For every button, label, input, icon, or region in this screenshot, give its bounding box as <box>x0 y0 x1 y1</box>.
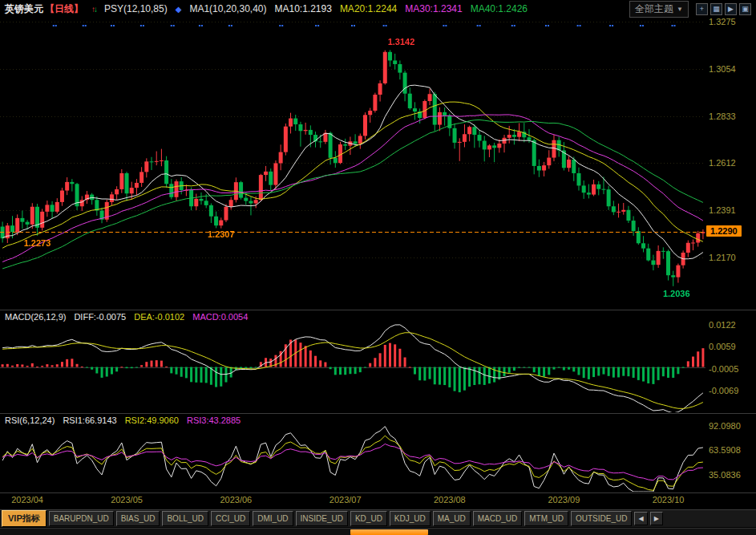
window-buttons: +▦▶▣ <box>693 3 751 15</box>
ma-marker-icon: ◆ <box>176 5 182 14</box>
indicator-toolbar: VIP指标 BARUPDN_UDBIAS_UDBOLL_UDCCI_UDDMI_… <box>0 510 756 527</box>
ma-group-label: MA1(10,20,30,40) <box>189 3 266 14</box>
x-axis-month-label: 2023/09 <box>544 495 583 505</box>
play-button[interactable]: ▶ <box>725 3 737 15</box>
indicator-value-label: RSI3:43.2885 <box>187 415 241 425</box>
x-axis-month-label: 2023/05 <box>107 495 146 505</box>
rsi-axis-label: 63.5908 <box>709 445 755 455</box>
indicator-value-label: MACD(26,12,9) <box>5 312 66 322</box>
divider <box>0 492 756 493</box>
indicator-button[interactable]: CCI_UD <box>211 511 250 526</box>
x-axis-month-label: 2023/07 <box>326 495 365 505</box>
last-price-tag: 1.2290 <box>706 225 742 237</box>
ma-value-label: MA10:1.2193 <box>274 3 331 14</box>
psy-indicator-label: PSY(12,10,85) <box>104 3 168 14</box>
price-axis-label: 1.3054 <box>709 64 755 74</box>
indicator-value-label: RSI2:49.9060 <box>125 415 179 425</box>
divider <box>0 310 756 310</box>
theme-dropdown-label: 全部主题 <box>635 2 673 16</box>
macd-axis-label: 0.0122 <box>709 320 755 330</box>
indicator-button[interactable]: DMI_UD <box>253 511 293 526</box>
price-axis-label: 1.2391 <box>709 205 755 215</box>
scrollbar-thumb[interactable] <box>350 529 428 535</box>
down-arrow-icon: ↓ <box>94 5 96 14</box>
ma-value-label: MA20:1.2244 <box>340 3 397 14</box>
last-price-value: 1.2290 <box>710 226 738 236</box>
macd-axis-label: 0.0059 <box>709 342 755 351</box>
indicator-button[interactable]: INSIDE_UD <box>296 511 348 526</box>
price-axis-label: 1.3275 <box>709 17 755 26</box>
chart-header: 英镑美元 【日线】 ↑↓ PSY(12,10,85) ◆ MA1(10,20,3… <box>0 0 756 18</box>
period-label: 【日线】 <box>45 2 83 16</box>
rsi-axis-label: 35.0836 <box>709 470 755 480</box>
symbol-title: 英镑美元 <box>5 2 43 16</box>
trading-app: 英镑美元 【日线】 ↑↓ PSY(12,10,85) ◆ MA1(10,20,3… <box>0 0 756 535</box>
x-axis-month-label: 2023/04 <box>8 495 46 505</box>
macd-axis-label: -0.0069 <box>709 386 755 395</box>
indicator-buttons: BARUPDN_UDBIAS_UDBOLL_UDCCI_UDDMI_UDINSI… <box>49 511 633 526</box>
tab-vip-indicators[interactable]: VIP指标 <box>2 510 46 527</box>
indicator-button[interactable]: KDJ_UD <box>390 511 431 526</box>
indicator-value-label: RSI(6,12,24) <box>5 415 55 425</box>
indicator-button[interactable]: BIAS_UD <box>116 511 160 526</box>
macd-axis-label: -0.0005 <box>709 364 755 374</box>
rsi-axis-label: 92.0980 <box>709 421 755 431</box>
chevron-down-icon: ▼ <box>677 6 683 13</box>
macd-chart[interactable] <box>0 322 705 412</box>
indicator-button[interactable]: MACD_UD <box>473 511 522 526</box>
updown-arrows-icon: ↑↓ <box>91 5 96 14</box>
divider <box>0 413 756 414</box>
indicator-value-label: DEA:-0.0102 <box>134 312 184 322</box>
indicator-button[interactable]: BOLL_UD <box>162 511 208 526</box>
indicator-value-label: RSI1:66.9143 <box>63 415 116 425</box>
ma-value-label: MA30:1.2341 <box>405 3 462 14</box>
panel-view-button[interactable]: ▣ <box>739 3 751 15</box>
rsi-header: RSI(6,12,24)RSI1:66.9143RSI2:49.9060RSI3… <box>5 415 241 425</box>
indicator-value-label: DIFF:-0.0075 <box>74 312 126 322</box>
scroll-right-button[interactable]: ▶ <box>650 512 663 525</box>
add-panel-button[interactable]: + <box>696 3 708 15</box>
indicator-button[interactable]: MA_UD <box>433 511 471 526</box>
indicator-button[interactable]: OUTSIDE_UD <box>571 511 632 526</box>
ma-value-label: MA40:1.2426 <box>471 3 528 14</box>
time-scrollbar[interactable] <box>0 528 756 535</box>
theme-dropdown[interactable]: 全部主题 ▼ <box>629 1 689 18</box>
scroll-left-button[interactable]: ◀ <box>634 512 647 525</box>
indicator-button[interactable]: BARUPDN_UD <box>49 511 114 526</box>
macd-header: MACD(26,12,9)DIFF:-0.0075DEA:-0.0102MACD… <box>5 311 248 322</box>
ma-values: MA10:1.2193MA20:1.2244MA30:1.2341MA40:1.… <box>274 3 536 14</box>
x-axis-month-label: 2023/10 <box>649 495 688 505</box>
indicator-button[interactable]: KD_UD <box>350 511 387 526</box>
rsi-chart[interactable] <box>0 425 705 492</box>
price-axis-label: 1.2170 <box>709 253 755 262</box>
x-axis-month-label: 2023/06 <box>216 495 255 505</box>
main-price-chart[interactable] <box>0 18 705 309</box>
x-axis-month-label: 2023/08 <box>431 495 469 505</box>
grid-layout-button[interactable]: ▦ <box>710 3 722 15</box>
indicator-button[interactable]: MTM_UD <box>524 511 568 526</box>
price-axis-label: 1.2612 <box>709 158 755 168</box>
header-right-controls: 全部主题 ▼ +▦▶▣ <box>629 1 751 18</box>
price-axis-label: 1.2833 <box>709 111 755 121</box>
indicator-value-label: MACD:0.0054 <box>192 312 248 322</box>
